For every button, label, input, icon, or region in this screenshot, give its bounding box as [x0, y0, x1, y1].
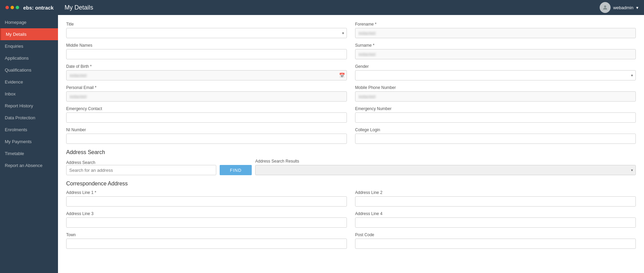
correspondence-section-title: Correspondence Address: [66, 181, 636, 187]
surname-label: Surname *: [355, 43, 636, 48]
gender-select-wrapper: Male Female Other: [355, 70, 636, 80]
dropdown-arrow: ▾: [636, 5, 639, 10]
row-addr-34: Address Line 3 Address Line 4: [66, 211, 636, 228]
surname-input[interactable]: [355, 49, 636, 59]
emergency-contact-label: Emergency Contact: [66, 106, 347, 111]
sidebar-item-qualifications[interactable]: Qualifications: [0, 64, 58, 76]
emergency-number-group: Emergency Number: [355, 106, 636, 123]
address-results-select[interactable]: [255, 165, 636, 175]
address-search-group: Address Search: [66, 160, 216, 175]
town-label: Town: [66, 232, 347, 237]
college-login-label: College Login: [355, 127, 636, 132]
town-group: Town: [66, 232, 347, 249]
gender-group: Gender Male Female Other: [355, 64, 636, 80]
addr-line4-label: Address Line 4: [355, 211, 636, 216]
addr-line2-label: Address Line 2: [355, 190, 636, 195]
sidebar: Homepage My Details Enquiries Applicatio…: [0, 15, 58, 273]
address-search-section-title: Address Search: [66, 149, 636, 155]
forename-label: Forename *: [355, 22, 636, 27]
sidebar-item-enrolments[interactable]: Enrolments: [0, 124, 58, 136]
college-login-input[interactable]: [355, 134, 636, 144]
logo-text: ebs: ontrack: [23, 5, 54, 11]
town-input[interactable]: [66, 239, 347, 249]
gender-select[interactable]: Male Female Other: [355, 70, 636, 80]
middle-names-label: Middle Names: [66, 43, 347, 48]
middle-names-input[interactable]: [66, 49, 347, 59]
sidebar-item-homepage[interactable]: Homepage: [0, 16, 58, 28]
addr-line3-input[interactable]: [66, 217, 347, 228]
address-results-label: Address Search Results: [255, 159, 636, 164]
sidebar-item-inbox[interactable]: Inbox: [0, 88, 58, 100]
mobile-label: Mobile Phone Number: [355, 85, 636, 90]
sidebar-item-timetable[interactable]: Timetable: [0, 148, 58, 160]
dob-label: Date of Birth *: [66, 64, 347, 69]
sidebar-item-report-an-absence[interactable]: Report an Absence: [0, 160, 58, 171]
emergency-number-label: Emergency Number: [355, 106, 636, 111]
address-results-wrapper: [255, 165, 636, 175]
email-input[interactable]: [66, 91, 347, 102]
logo-dot-yellow: [11, 6, 14, 9]
addr-line1-group: Address Line 1 *: [66, 190, 347, 207]
postcode-label: Post Code: [355, 232, 636, 237]
emergency-number-input[interactable]: [355, 112, 636, 123]
forename-group: Forename *: [355, 22, 636, 38]
email-group: Personal Email *: [66, 85, 347, 102]
forename-input[interactable]: [355, 28, 636, 38]
email-label: Personal Email *: [66, 85, 347, 90]
sidebar-item-report-history[interactable]: Report History: [0, 100, 58, 112]
college-login-group: College Login: [355, 127, 636, 144]
sidebar-item-applications[interactable]: Applications: [0, 52, 58, 64]
title-label: Title: [66, 22, 347, 27]
addr-line1-label: Address Line 1 *: [66, 190, 347, 195]
header-left: ebs: ontrack My Details: [5, 4, 93, 11]
postcode-input[interactable]: [355, 239, 636, 249]
emergency-contact-input[interactable]: [66, 112, 347, 123]
ni-number-group: NI Number: [66, 127, 347, 144]
address-search-input[interactable]: [66, 165, 216, 175]
sidebar-item-evidence[interactable]: Evidence: [0, 76, 58, 88]
addr-line1-input[interactable]: [66, 196, 347, 207]
ni-number-input[interactable]: [66, 134, 347, 144]
row-emergency: Emergency Contact Emergency Number: [66, 106, 636, 123]
sidebar-item-my-details[interactable]: My Details: [0, 28, 58, 40]
surname-group: Surname *: [355, 43, 636, 59]
row-title-forename: Title Mr Mrs Miss Ms Dr Forename *: [66, 22, 636, 38]
addr-line2-input[interactable]: [355, 196, 636, 207]
svg-point-0: [604, 5, 606, 7]
emergency-contact-group: Emergency Contact: [66, 106, 347, 123]
main-content: Title Mr Mrs Miss Ms Dr Forename *: [58, 15, 644, 273]
row-dob-gender: Date of Birth * 📅 Gender Male Female Oth…: [66, 64, 636, 80]
dob-wrapper: 📅: [66, 70, 347, 80]
addr-line4-group: Address Line 4: [355, 211, 636, 228]
sidebar-item-my-payments[interactable]: My Payments: [0, 136, 58, 148]
ni-number-label: NI Number: [66, 127, 347, 132]
dob-input[interactable]: [66, 70, 347, 80]
title-select[interactable]: Mr Mrs Miss Ms Dr: [66, 28, 347, 38]
logo-dots: [5, 6, 19, 9]
mobile-input[interactable]: [355, 91, 636, 102]
address-search-row: Address Search FIND Address Search Resul…: [66, 159, 636, 175]
row-town-postcode: Town Post Code: [66, 232, 636, 249]
user-menu[interactable]: webadmin ▾: [600, 2, 639, 13]
addr-line4-input[interactable]: [355, 217, 636, 228]
row-middle-surname: Middle Names Surname *: [66, 43, 636, 59]
addr-line3-group: Address Line 3: [66, 211, 347, 228]
logo-dot-red: [5, 6, 9, 9]
addr-line2-group: Address Line 2: [355, 190, 636, 207]
username-label: webadmin: [613, 5, 633, 10]
main-layout: Homepage My Details Enquiries Applicatio…: [0, 15, 644, 273]
title-select-wrapper: Mr Mrs Miss Ms Dr: [66, 28, 347, 38]
postcode-group: Post Code: [355, 232, 636, 249]
row-ni-college: NI Number College Login: [66, 127, 636, 144]
row-addr-12: Address Line 1 * Address Line 2: [66, 190, 636, 207]
find-button[interactable]: FIND: [220, 165, 252, 175]
dob-group: Date of Birth * 📅: [66, 64, 347, 80]
address-results-group: Address Search Results: [255, 159, 636, 175]
calendar-icon[interactable]: 📅: [339, 73, 345, 78]
addr-line3-label: Address Line 3: [66, 211, 347, 216]
sidebar-item-enquiries[interactable]: Enquiries: [0, 40, 58, 52]
sidebar-item-data-protection[interactable]: Data Protection: [0, 112, 58, 124]
middle-names-group: Middle Names: [66, 43, 347, 59]
title-group: Title Mr Mrs Miss Ms Dr: [66, 22, 347, 38]
gender-label: Gender: [355, 64, 636, 69]
